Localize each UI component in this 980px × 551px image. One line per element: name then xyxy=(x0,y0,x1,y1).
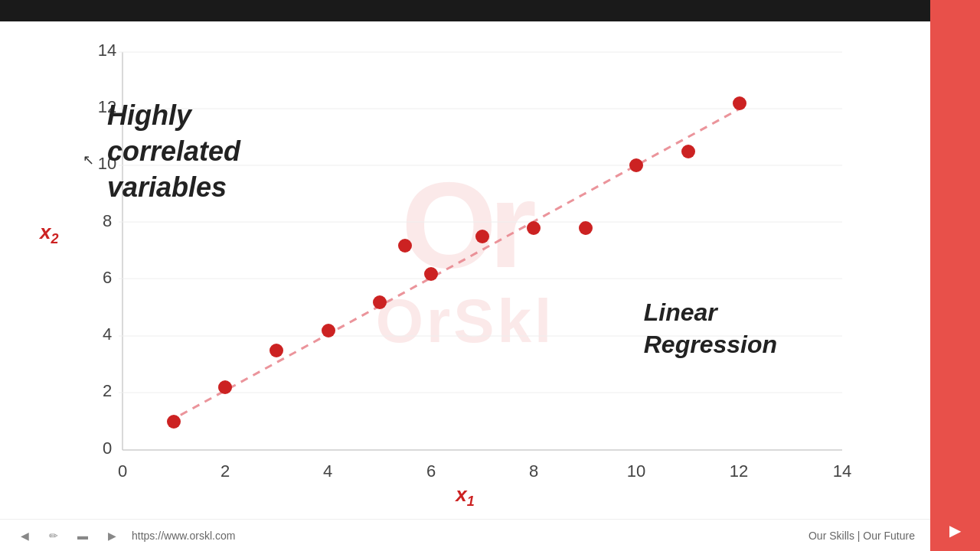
svg-text:14: 14 xyxy=(98,41,116,60)
svg-point-27 xyxy=(218,380,232,394)
svg-text:8: 8 xyxy=(529,461,538,481)
svg-point-31 xyxy=(398,239,412,253)
svg-text:2: 2 xyxy=(220,461,230,481)
right-panel-arrow[interactable]: ▶ xyxy=(949,521,961,540)
svg-point-33 xyxy=(475,230,489,243)
svg-point-29 xyxy=(322,324,335,337)
chart-container: Or OrSkl 14 12 10 8 xyxy=(0,21,930,519)
svg-point-26 xyxy=(167,415,181,429)
forward-icon[interactable]: ▶ xyxy=(103,527,121,545)
svg-text:4: 4 xyxy=(323,461,332,481)
y-axis-label: x2 xyxy=(40,220,58,247)
svg-text:12: 12 xyxy=(730,461,748,481)
svg-point-30 xyxy=(373,295,387,309)
slides-icon[interactable]: ▬ xyxy=(74,527,92,545)
svg-text:4: 4 xyxy=(103,324,112,344)
content-area: Or OrSkl 14 12 10 8 xyxy=(0,21,930,519)
svg-text:10: 10 xyxy=(627,461,645,481)
svg-text:6: 6 xyxy=(426,461,436,481)
svg-text:2: 2 xyxy=(103,381,112,400)
back-icon[interactable]: ◀ xyxy=(15,527,34,545)
svg-point-32 xyxy=(424,267,438,281)
svg-point-34 xyxy=(527,221,541,235)
svg-line-25 xyxy=(168,107,743,422)
bottom-bar: ◀ ✏ ▬ ▶ https://www.orskl.com Our Skills… xyxy=(0,519,930,551)
highly-correlated-label: Highlycorrelatedvariables xyxy=(107,98,240,205)
main-slide: Or OrSkl 14 12 10 8 xyxy=(0,0,930,551)
svg-point-36 xyxy=(629,158,643,172)
svg-text:0: 0 xyxy=(103,439,112,458)
svg-text:8: 8 xyxy=(103,211,112,230)
top-bar xyxy=(0,0,930,21)
x-axis-label: x1 xyxy=(456,483,474,510)
svg-text:0: 0 xyxy=(118,461,127,481)
edit-icon[interactable]: ✏ xyxy=(44,527,63,545)
svg-point-38 xyxy=(733,96,746,110)
svg-point-37 xyxy=(681,145,695,158)
tagline-text: Our Skills | Our Future xyxy=(808,530,915,542)
svg-text:6: 6 xyxy=(103,268,112,287)
right-panel: ▶ xyxy=(930,0,980,551)
url-text: https://www.orskl.com xyxy=(132,530,235,542)
svg-point-28 xyxy=(270,344,283,357)
linear-regression-label: LinearRegression xyxy=(644,297,777,360)
svg-point-35 xyxy=(579,221,593,235)
svg-text:14: 14 xyxy=(833,461,851,481)
chart-svg: 14 12 10 8 6 4 2 0 0 2 4 6 xyxy=(0,21,930,519)
